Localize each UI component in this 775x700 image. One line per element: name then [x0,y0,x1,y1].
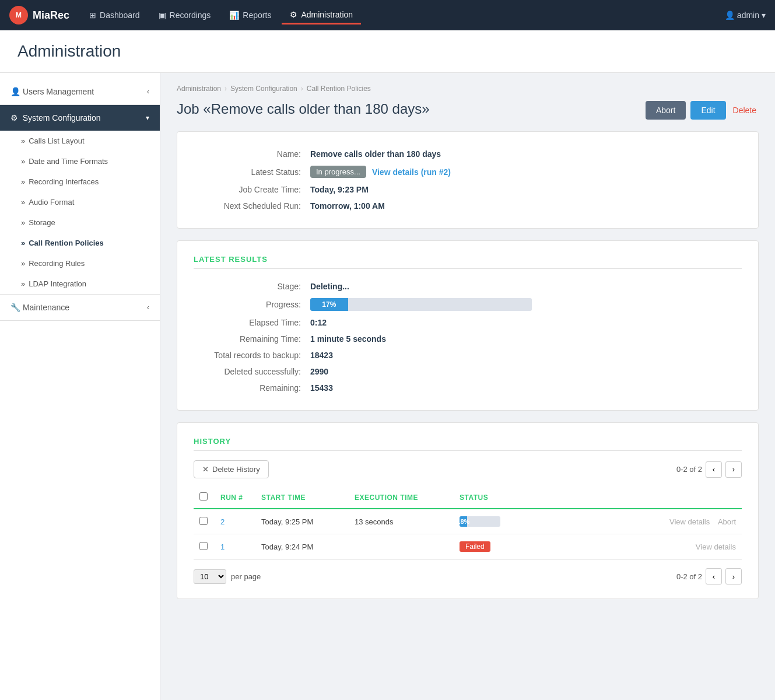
pagination-next-button[interactable]: › [725,461,742,478]
row2-check [194,509,215,534]
sidebar-item-recording-interfaces[interactable]: » Recording Interfaces [0,172,160,192]
delete-button[interactable]: Delete [731,101,759,120]
pagination-bottom-next-button[interactable]: › [725,568,742,584]
pagination-bottom-prev-button[interactable]: ‹ [706,568,722,584]
field-status-label: Latest Status: [194,167,310,177]
nav-reports[interactable]: 📊 Reports [221,7,279,23]
progress-bar-container: 17% [310,298,532,311]
sub-chevron-icon: » [21,136,25,145]
table-row: 1 Today, 9:24 PM Failed View details [194,534,742,559]
row1-run-link[interactable]: 1 [220,542,225,551]
job-header: Job «Remove calls older than 180 days» A… [177,101,759,120]
sidebar-item-call-rention-policies[interactable]: » Call Rention Policies [0,233,160,253]
col-header-check [194,487,215,509]
per-page-select-group: 10 25 50 100 per page [194,569,261,584]
sidebar-section-system-config-header[interactable]: ⚙ System Configuration ▾ [0,105,160,131]
per-page-label: per page [231,572,261,581]
recordings-icon: ▣ [159,10,166,20]
sub-chevron-icon: » [21,218,25,227]
sidebar-item-storage[interactable]: » Storage [0,212,160,233]
brand-logo[interactable]: M MiaRec [9,6,69,24]
nav-administration[interactable]: ⚙ Administration [282,6,361,24]
sidebar-section-users: 👤 Users Management ‹ [0,79,160,105]
field-remaining-time: Remaining Time: 1 minute 5 seconds [194,331,742,347]
sidebar-section-maintenance-header[interactable]: 🔧 Maintenance ‹ [0,295,160,320]
latest-results-card: LATEST RESULTS Stage: Deleting... Progre… [177,240,759,411]
field-stage: Stage: Deleting... [194,278,742,295]
field-status-value: In progress... View details (run #2) [310,166,451,178]
sidebar-item-audio-format[interactable]: » Audio Format [0,192,160,212]
delete-history-button[interactable]: ✕ Delete History [194,460,269,478]
system-config-chevron-icon: ▾ [146,114,149,122]
field-progress-value: 17% [310,298,532,311]
field-deleted-label: Deleted successfully: [194,367,310,376]
user-menu[interactable]: 👤 admin ▾ [725,10,766,20]
row2-progress-fill: 18% [460,516,467,527]
field-stage-label: Stage: [194,282,310,291]
per-page-row: 10 25 50 100 per page 0-2 of 2 ‹ › [194,559,742,584]
row1-actions: View details [547,534,742,559]
main-content: Administration › System Configuration › … [160,73,775,700]
field-elapsed-value: 0:12 [310,318,327,327]
view-details-link[interactable]: View details (run #2) [372,167,451,177]
field-deleted-value: 2990 [310,367,328,376]
users-chevron-icon: ‹ [147,88,149,96]
sub-chevron-icon: » [21,177,25,186]
latest-results-title: LATEST RESULTS [194,255,742,269]
breadcrumb-sep-2: › [301,85,303,93]
table-row: 2 Today, 9:25 PM 13 seconds 18% [194,509,742,534]
row2-start-time: Today, 9:25 PM [255,509,349,534]
breadcrumb-administration[interactable]: Administration [177,85,221,93]
sidebar-item-recording-rules[interactable]: » Recording Rules [0,253,160,274]
col-header-status: STATUS [454,487,547,509]
col-header-run: RUN # [215,487,255,509]
brand-icon: M [9,6,28,24]
sidebar-item-calls-list-layout[interactable]: » Calls List Layout [0,131,160,151]
sidebar-section-maintenance: 🔧 Maintenance ‹ [0,295,160,321]
sidebar-section-users-header[interactable]: 👤 Users Management ‹ [0,79,160,104]
edit-button[interactable]: Edit [690,101,725,120]
field-total-records-label: Total records to backup: [194,351,310,360]
in-progress-badge: In progress... [310,166,366,178]
row2-progress-container: 18% [460,516,500,527]
history-table-body: 2 Today, 9:25 PM 13 seconds 18% [194,509,742,559]
row1-view-details-link[interactable]: View details [696,542,736,551]
breadcrumb-system-configuration[interactable]: System Configuration [230,85,297,93]
sidebar-item-ldap-integration[interactable]: » LDAP Integration [0,274,160,294]
field-deleted: Deleted successfully: 2990 [194,363,742,380]
row1-failed-badge: Failed [460,541,490,552]
delete-history-x-icon: ✕ [202,465,209,474]
field-create-time-value: Today, 9:23 PM [310,185,369,194]
job-info-card: Name: Remove calls older than 180 days L… [177,131,759,229]
top-navigation: M MiaRec ⊞ Dashboard ▣ Recordings 📊 Repo… [0,0,775,30]
nav-recordings[interactable]: ▣ Recordings [150,7,219,23]
row2-inline-progress: 18% [460,516,541,527]
maintenance-chevron-icon: ‹ [147,303,149,312]
row1-checkbox[interactable] [199,542,208,550]
row2-view-details-link[interactable]: View details [669,517,710,526]
pagination-prev-button[interactable]: ‹ [706,461,722,478]
page-title: Administration [17,42,758,61]
sub-chevron-icon: » [21,259,25,268]
row2-checkbox[interactable] [199,517,208,525]
col-header-actions [547,487,742,509]
sidebar-item-date-time-formats[interactable]: » Date and Time Formats [0,151,160,172]
row2-run-link[interactable]: 2 [220,517,225,526]
nav-dashboard[interactable]: ⊞ Dashboard [81,7,148,23]
pagination-info-bottom: 0-2 of 2 ‹ › [676,568,742,584]
dropdown-arrow-icon: ▾ [762,10,766,20]
select-all-checkbox[interactable] [199,492,208,501]
field-name: Name: Remove calls older than 180 days [194,146,742,162]
field-create-time-label: Job Create Time: [194,185,310,194]
per-page-select[interactable]: 10 25 50 100 [194,569,226,584]
users-section-icon: 👤 [10,87,20,96]
abort-button[interactable]: Abort [646,101,686,120]
page-header: Administration [0,30,775,73]
reports-icon: 📊 [229,10,239,20]
col-header-exec-time: EXECUTION TIME [349,487,454,509]
field-total-records-value: 18423 [310,351,333,360]
dashboard-icon: ⊞ [89,10,96,20]
row2-abort-link[interactable]: Abort [718,517,736,526]
history-toolbar: ✕ Delete History 0-2 of 2 ‹ › [194,460,742,478]
row1-exec-time [349,534,454,559]
